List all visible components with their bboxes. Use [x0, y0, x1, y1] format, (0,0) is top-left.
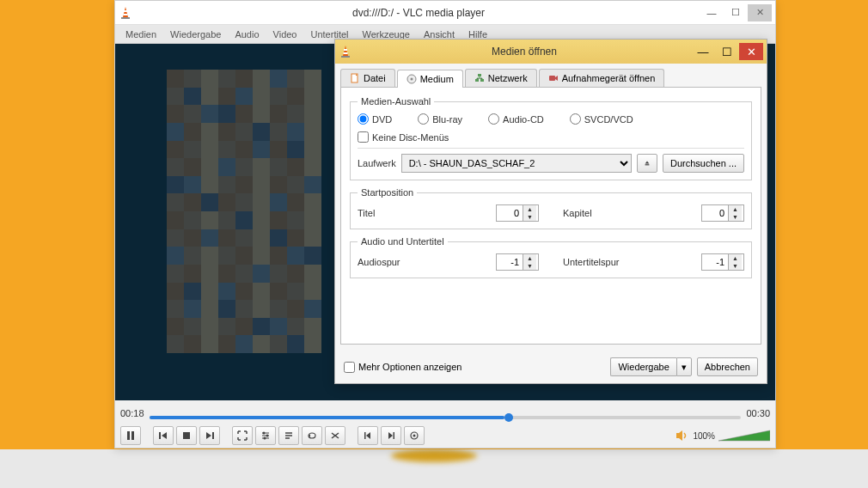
tab-disc[interactable]: Medium — [397, 70, 463, 88]
svg-rect-2 — [124, 10, 127, 12]
svg-rect-4 — [127, 431, 130, 440]
open-media-dialog: Medien öffnen — ☐ ✕ Datei Medium Netzwer… — [334, 39, 767, 384]
play-dropdown-button[interactable]: ▾ — [676, 357, 692, 376]
time-total[interactable]: 00:30 — [746, 408, 770, 418]
playlist-button[interactable] — [278, 426, 299, 445]
minimize-button[interactable]: — — [700, 4, 724, 21]
close-button[interactable]: ✕ — [748, 4, 772, 21]
prev-button[interactable] — [153, 426, 174, 445]
menu-video[interactable]: Video — [266, 29, 304, 40]
title-spinner[interactable]: ▲▼ — [496, 204, 539, 222]
svg-point-20 — [413, 435, 416, 437]
capture-icon — [548, 73, 559, 83]
tab-network[interactable]: Netzwerk — [465, 69, 537, 87]
no-disc-menus-label: Keine Disc-Menüs — [372, 132, 449, 143]
network-icon — [474, 73, 485, 83]
svg-rect-34 — [478, 74, 481, 76]
controls-bar: 100% — [115, 424, 775, 448]
start-position-legend: Startposition — [358, 187, 417, 198]
menu-audio[interactable]: Audio — [228, 29, 266, 40]
svg-rect-32 — [475, 79, 479, 82]
audiotrack-spinner[interactable]: ▲▼ — [496, 253, 539, 271]
main-titlebar[interactable]: dvd:///D:/ - VLC media player — ☐ ✕ — [115, 1, 775, 25]
speaker-icon[interactable] — [675, 430, 689, 442]
menu-werkzeuge[interactable]: Werkzeuge — [356, 29, 417, 40]
next-chapter-button[interactable] — [381, 426, 401, 445]
chapter-spinner[interactable]: ▲▼ — [701, 204, 744, 222]
volume-slider[interactable] — [718, 429, 770, 442]
subtrack-label: Untertitelspur — [563, 257, 632, 267]
svg-rect-1 — [121, 17, 130, 19]
radio-bluray[interactable]: Blu-ray — [418, 113, 462, 125]
menu-hilfe[interactable]: Hilfe — [462, 29, 494, 40]
cancel-button[interactable]: Abbrechen — [697, 357, 758, 376]
browse-button[interactable]: Durchsuchen ... — [663, 154, 744, 173]
audio-subtitle-group: Audio und Untertitel Audiospur ▲▼ Untert… — [350, 236, 752, 278]
fullscreen-button[interactable] — [232, 426, 253, 445]
media-selection-legend: Medien-Auswahl — [358, 96, 434, 107]
vlc-cone-icon — [119, 6, 132, 20]
pause-button[interactable] — [120, 426, 141, 445]
audiotrack-label: Audiospur — [358, 257, 426, 267]
eject-icon — [645, 159, 650, 168]
extended-settings-button[interactable] — [255, 426, 276, 445]
svg-marker-7 — [162, 432, 167, 439]
volume-percent: 100% — [693, 431, 715, 441]
next-button[interactable] — [199, 426, 220, 445]
svg-rect-25 — [341, 56, 350, 58]
audio-subtitle-legend: Audio und Untertitel — [358, 236, 448, 247]
play-button[interactable]: Wiedergabe — [610, 357, 675, 376]
more-options-checkbox[interactable]: Mehr Optionen anzeigen — [344, 362, 462, 373]
svg-rect-26 — [344, 49, 347, 51]
title-label: Titel — [358, 208, 426, 218]
menu-untertitel[interactable]: Untertitel — [303, 29, 355, 40]
dialog-minimize-button[interactable]: — — [691, 43, 715, 60]
chapter-label: Kapitel — [563, 208, 632, 218]
shuffle-button[interactable] — [325, 426, 345, 445]
svg-rect-3 — [124, 14, 128, 15]
svg-rect-8 — [183, 432, 190, 439]
stop-button[interactable] — [176, 426, 197, 445]
loop-button[interactable] — [302, 426, 322, 445]
prev-chapter-button[interactable] — [358, 426, 378, 445]
eject-button[interactable] — [637, 154, 657, 173]
video-content — [167, 70, 321, 353]
svg-rect-5 — [131, 431, 134, 440]
radio-audiocd[interactable]: Audio-CD — [488, 113, 544, 125]
svg-rect-33 — [480, 79, 484, 82]
tab-capture[interactable]: Aufnahmegerät öffnen — [539, 69, 665, 87]
svg-rect-38 — [645, 164, 650, 165]
subtrack-spinner[interactable]: ▲▼ — [701, 253, 744, 271]
svg-point-31 — [410, 78, 413, 81]
radio-dvd[interactable]: DVD — [358, 113, 392, 125]
time-elapsed[interactable]: 00:18 — [120, 408, 144, 418]
dialog-titlebar[interactable]: Medien öffnen — ☐ ✕ — [335, 40, 767, 64]
tab-content: Medien-Auswahl DVD Blu-ray Audio-CD SVCD… — [340, 87, 761, 345]
dialog-tabs: Datei Medium Netzwerk Aufnahmegerät öffn… — [340, 69, 761, 87]
no-disc-menus-checkbox[interactable] — [358, 131, 369, 143]
svg-marker-21 — [676, 430, 682, 441]
dialog-close-button[interactable]: ✕ — [739, 43, 763, 60]
maximize-button[interactable]: ☐ — [724, 4, 748, 21]
dialog-title: Medien öffnen — [358, 46, 691, 58]
svg-marker-9 — [206, 432, 211, 439]
vlc-cone-icon — [339, 45, 352, 58]
svg-marker-17 — [388, 432, 393, 439]
dvd-menu-button[interactable] — [404, 426, 425, 445]
svg-marker-16 — [366, 432, 370, 439]
main-window-title: dvd:///D:/ - VLC media player — [138, 7, 700, 19]
menu-wiedergabe[interactable]: Wiedergabe — [163, 29, 228, 40]
menu-medien[interactable]: Medien — [119, 29, 163, 40]
svg-point-12 — [266, 435, 269, 437]
media-selection-group: Medien-Auswahl DVD Blu-ray Audio-CD SVCD… — [350, 96, 752, 180]
seek-bar[interactable] — [150, 413, 741, 422]
svg-point-11 — [263, 432, 266, 435]
svg-rect-15 — [364, 432, 366, 439]
dialog-maximize-button[interactable]: ☐ — [715, 43, 739, 60]
svg-rect-18 — [394, 432, 395, 439]
drive-select[interactable]: D:\ - SHAUN_DAS_SCHAF_2 — [401, 154, 632, 173]
radio-svcd[interactable]: SVCD/VCD — [570, 113, 633, 125]
menu-ansicht[interactable]: Ansicht — [417, 29, 462, 40]
svg-rect-6 — [159, 432, 161, 439]
tab-file[interactable]: Datei — [340, 69, 395, 87]
